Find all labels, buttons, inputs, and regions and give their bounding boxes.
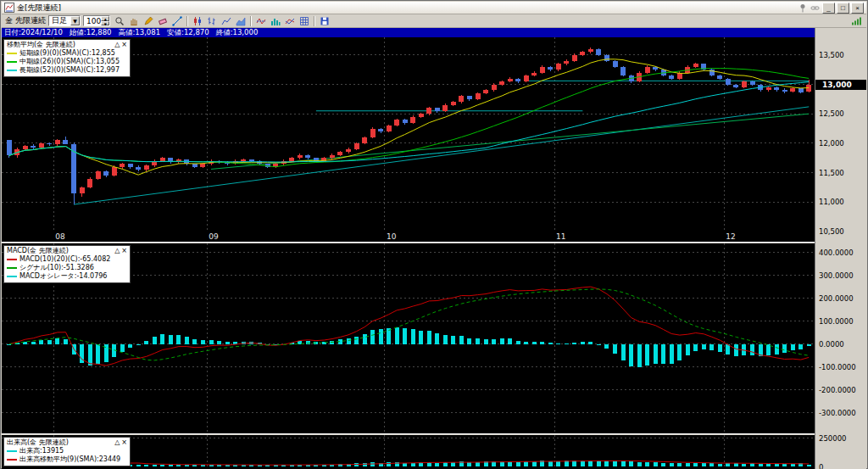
x-axis-label: 11 bbox=[556, 232, 565, 241]
info-low: 安値:12,870 bbox=[167, 28, 209, 37]
legend-collapse-button[interactable]: △ bbox=[114, 41, 120, 49]
legend-title: 移動平均(金 先限連続) bbox=[7, 41, 75, 49]
x-axis-label: 12 bbox=[726, 232, 735, 241]
ohlc-chart-icon[interactable] bbox=[205, 15, 219, 27]
axis-tick: -100.0000 bbox=[819, 363, 856, 371]
contract-label: 先限連続 bbox=[15, 15, 46, 26]
axis-tick: 0 bbox=[819, 463, 823, 469]
window-title: 金[先限連続] bbox=[17, 3, 61, 14]
app-icon bbox=[4, 3, 14, 13]
x-axis-label: 09 bbox=[209, 232, 218, 241]
axis-tick: 10,500 bbox=[819, 227, 844, 236]
axis-tick: -200.0000 bbox=[819, 386, 856, 394]
macd-histogram bbox=[7, 327, 810, 368]
price-axis: 13,50013,00012,50012,00011,50011,00010,5… bbox=[815, 28, 866, 469]
macd-legend: MACD(金 先限連続) △ × MACD(10)(20)(C):-65.408… bbox=[3, 245, 131, 283]
legend-item: 出来高:13915 bbox=[7, 447, 127, 455]
period-select[interactable]: 日足 ▼ bbox=[48, 15, 81, 26]
titlebar[interactable]: 金[先限連続] _ □ × bbox=[2, 2, 866, 14]
grid-icon[interactable] bbox=[298, 15, 311, 27]
link-icon[interactable] bbox=[810, 3, 821, 13]
symbol-label: 金 bbox=[5, 15, 13, 26]
close-button[interactable]: × bbox=[851, 3, 864, 14]
ohlc-info-bar: 日付:2024/12/10 始値:12,880 高値:13,081 安値:12,… bbox=[2, 28, 816, 37]
bar-count-input[interactable]: 100 ▲ ▼ bbox=[83, 15, 110, 26]
axis-tick: 12,000 bbox=[819, 139, 844, 148]
toolbar-icons bbox=[113, 15, 331, 27]
legend-item: MACD(10)(20)(C):-65.4082 bbox=[7, 255, 127, 264]
pushpin-icon[interactable] bbox=[797, 3, 808, 13]
legend-item: シグナル(10):-51.3286 bbox=[7, 264, 127, 272]
axis-tick: 13,500 bbox=[819, 51, 844, 59]
legend-title: MACD(金 先限連続) bbox=[7, 247, 69, 255]
legend-item: 短期線(9)(0)(SMA)(C):12,855 bbox=[7, 49, 127, 58]
legend-close-button[interactable]: × bbox=[121, 247, 127, 255]
x-axis-label: 08 bbox=[55, 232, 64, 241]
legend-swatch bbox=[7, 259, 17, 260]
axis-tick: 200.0000 bbox=[819, 294, 854, 303]
legend-swatch bbox=[7, 70, 17, 71]
toolbar-separator bbox=[314, 16, 315, 26]
axis-tick: 400.0000 bbox=[819, 248, 854, 257]
signal-icon[interactable] bbox=[849, 15, 863, 27]
x-axis-label: 10 bbox=[387, 232, 396, 241]
minimize-button[interactable]: _ bbox=[822, 3, 835, 14]
area-chart-icon[interactable] bbox=[234, 15, 248, 27]
axis-tick: 0.0000 bbox=[819, 340, 844, 349]
legend-collapse-button[interactable]: △ bbox=[114, 438, 120, 447]
x-axis-labels: 0809101112 bbox=[2, 232, 816, 242]
legend-swatch bbox=[7, 267, 17, 269]
axis-tick: 250000 bbox=[819, 434, 846, 443]
trendline-icon[interactable] bbox=[170, 15, 184, 27]
legend-item: 長期線(52)(0)(SMA)(C):12,997 bbox=[7, 66, 127, 75]
toolbar: 金 先限連続 日足 ▼ 100 ▲ ▼ bbox=[2, 14, 866, 28]
bar-count-value: 100 bbox=[86, 17, 101, 25]
toolbar-separator bbox=[250, 16, 252, 26]
chart-area: 日付:2024/12/10 始値:12,880 高値:13,081 安値:12,… bbox=[2, 28, 816, 469]
toolbar-separator bbox=[186, 16, 188, 26]
volume-legend: 出来高(金 先限連続) △ × 出来高:13915出来高移動平均(9)(SMA)… bbox=[3, 437, 131, 466]
legend-item: MACDオシレータ:-14.0796 bbox=[7, 272, 127, 281]
bar-count-decrement[interactable]: ▼ bbox=[101, 21, 109, 26]
app-window: 金[先限連続] _ □ × 金 先限連続 日足 ▼ 100 ▲ ▼ bbox=[0, 0, 868, 469]
period-value: 日足 bbox=[52, 15, 67, 26]
legend-swatch bbox=[7, 276, 17, 277]
save-icon[interactable] bbox=[318, 15, 331, 27]
maximize-button[interactable]: □ bbox=[837, 3, 849, 14]
candlestick-chart-icon[interactable] bbox=[191, 15, 204, 27]
axis-tick: 300.0000 bbox=[819, 271, 854, 280]
axis-tick: -300.0000 bbox=[819, 409, 856, 417]
ma-legend: 移動平均(金 先限連続) △ × 短期線(9)(0)(SMA)(C):12,85… bbox=[3, 39, 131, 77]
ma-line bbox=[9, 69, 809, 167]
legend-swatch bbox=[7, 61, 17, 63]
eraser-icon[interactable] bbox=[156, 15, 170, 27]
compare-icon[interactable] bbox=[283, 15, 297, 27]
info-close: 終値:13,000 bbox=[216, 28, 259, 37]
legend-close-button[interactable]: × bbox=[121, 41, 127, 49]
info-date: 日付:2024/12/10 bbox=[4, 28, 63, 37]
pencil-icon[interactable] bbox=[142, 15, 155, 27]
info-open: 始値:12,880 bbox=[70, 28, 112, 37]
indicator-icon[interactable] bbox=[254, 15, 268, 27]
ma-line bbox=[9, 82, 809, 162]
legend-item: 中期線(26)(0)(SMA)(C):13,055 bbox=[7, 58, 127, 66]
legend-swatch bbox=[7, 53, 17, 54]
axis-tick: 11,500 bbox=[819, 169, 844, 177]
info-high: 高値:13,081 bbox=[118, 28, 160, 37]
axis-tick: 11,000 bbox=[819, 198, 844, 206]
axis-tick: 100.0000 bbox=[819, 317, 854, 326]
legend-collapse-button[interactable]: △ bbox=[114, 247, 120, 255]
legend-swatch bbox=[7, 450, 17, 452]
current-price-tag: 13,000 bbox=[815, 80, 866, 90]
hand-icon[interactable] bbox=[127, 15, 141, 27]
histogram-icon[interactable] bbox=[269, 15, 282, 27]
legend-item: 出来高移動平均(9)(SMA):23449 bbox=[7, 455, 127, 464]
zoom-icon[interactable] bbox=[113, 15, 126, 27]
axis-tick: 12,500 bbox=[819, 109, 844, 118]
line-chart-icon[interactable] bbox=[220, 15, 233, 27]
legend-swatch bbox=[7, 459, 17, 461]
legend-close-button[interactable]: × bbox=[121, 438, 127, 447]
legend-title: 出来高(金 先限連続) bbox=[7, 438, 69, 447]
chevron-down-icon[interactable]: ▼ bbox=[70, 16, 80, 25]
